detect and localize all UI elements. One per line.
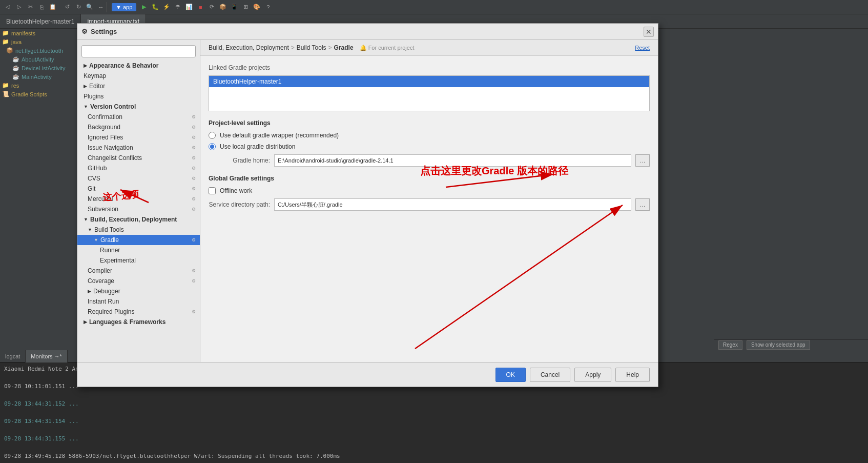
tree-java[interactable]: 📁 java (0, 37, 77, 46)
sidebar-git[interactable]: Git ⚙ (77, 184, 200, 194)
app-selector[interactable]: ▼ app (112, 3, 136, 11)
log-line-3: 09-28 13:44:31.154 ... (4, 417, 864, 426)
tab-project[interactable]: BluetoothHelper-master1 (0, 14, 81, 29)
settings-icon-rp: ⚙ (192, 309, 196, 314)
help-icon[interactable]: ? (263, 3, 273, 12)
reset-button[interactable]: Reset (635, 45, 650, 51)
linked-project-item-0[interactable]: BluetoothHelper-master1 (209, 76, 649, 87)
global-section-title: Global Gradle settings (209, 175, 650, 182)
breadcrumb-part2: Build Tools (297, 44, 326, 51)
debug-icon[interactable]: 🐛 (151, 3, 160, 12)
sidebar-build-tools[interactable]: ▼ Build Tools (77, 225, 200, 235)
redo-icon[interactable]: ↻ (74, 3, 83, 12)
sidebar-mercurial[interactable]: Mercurial ⚙ (77, 194, 200, 204)
sidebar-subversion[interactable]: Subversion ⚙ (77, 204, 200, 214)
attach-icon[interactable]: ⚡ (162, 3, 171, 12)
sidebar-confirmation[interactable]: Confirmation ⚙ (77, 112, 200, 122)
sidebar-build-execution[interactable]: ▼ Build, Execution, Deployment (77, 214, 200, 225)
gradle-home-browse[interactable]: … (635, 154, 650, 167)
tree-manifests[interactable]: 📁 manifests (0, 29, 77, 37)
settings-content: Build, Execution, Deployment > Build Too… (200, 40, 658, 362)
sidebar-ignored-files[interactable]: Ignored Files ⚙ (77, 132, 200, 143)
expand-arrow-icon-g: ▼ (94, 237, 98, 243)
settings-icon-small9: ⚙ (192, 196, 196, 202)
settings-icon-small: ⚙ (192, 114, 196, 119)
history-icon[interactable]: ↺ (63, 3, 72, 12)
replace-icon[interactable]: ↔ (96, 3, 106, 12)
regex-button[interactable]: Regex (718, 340, 742, 350)
coverage-icon[interactable]: ☂ (173, 3, 182, 12)
content-header: Build, Execution, Deployment > Build Too… (200, 40, 658, 56)
cancel-button[interactable]: Cancel (530, 368, 570, 382)
layout-icon[interactable]: ⊞ (241, 3, 250, 12)
sdk-icon[interactable]: 📦 (218, 3, 228, 12)
sidebar-keymap[interactable]: Keymap (77, 71, 200, 81)
sync-icon[interactable]: ⟳ (207, 3, 216, 12)
back-icon[interactable]: ◁ (3, 3, 12, 12)
sidebar-changelist[interactable]: Changelist Conflicts ⚙ (77, 153, 200, 163)
radio-default[interactable] (209, 132, 216, 139)
sidebar-background[interactable]: Background ⚙ (77, 122, 200, 132)
sidebar-required-plugins[interactable]: Required Plugins ⚙ (77, 307, 200, 317)
sidebar-instant-run[interactable]: Instant Run (77, 296, 200, 307)
tree-about[interactable]: ☕ AboutActivity (0, 55, 77, 64)
service-dir-input[interactable] (274, 198, 631, 211)
tab-monitors[interactable]: Monitors →* (26, 350, 68, 363)
sidebar-plugins[interactable]: Plugins (77, 91, 200, 102)
settings-icon-small4: ⚙ (192, 145, 196, 150)
sidebar-debugger[interactable]: ▶ Debugger (77, 286, 200, 296)
sidebar-compiler[interactable]: Compiler ⚙ (77, 266, 200, 276)
sidebar-appearance[interactable]: ▶ Appearance & Behavior (77, 61, 200, 71)
sidebar-coverage[interactable]: Coverage ⚙ (77, 276, 200, 286)
copy-icon[interactable]: ⎘ (37, 3, 46, 12)
settings-icon-comp: ⚙ (192, 268, 196, 273)
tab-logcat[interactable]: logcat (0, 350, 26, 363)
close-button[interactable]: ✕ (644, 27, 654, 37)
sidebar-languages[interactable]: ▶ Languages & Frameworks (77, 317, 200, 327)
breadcrumb-current: Gradle (334, 44, 354, 51)
help-button[interactable]: Help (615, 368, 650, 382)
ok-button[interactable]: OK (495, 368, 526, 382)
sidebar-runner[interactable]: Runner (77, 245, 200, 255)
tree-package[interactable]: 📦 net.flyget.bluetooth (0, 46, 77, 55)
run-icon[interactable]: ▶ (139, 3, 149, 12)
tree-gradle-scripts[interactable]: 📜 Gradle Scripts (0, 90, 77, 98)
settings-icon-small5: ⚙ (192, 155, 196, 160)
breadcrumb-note: 🔔 For current project (360, 45, 415, 51)
gradle-home-input[interactable] (274, 154, 631, 167)
find-icon[interactable]: 🔍 (85, 3, 94, 12)
sidebar-issue-nav[interactable]: Issue Navigation ⚙ (77, 143, 200, 153)
service-dir-browse[interactable]: … (635, 198, 650, 211)
paste-icon[interactable]: 📋 (48, 3, 57, 12)
expand-arrow-icon-lang: ▶ (84, 319, 87, 325)
radio-default-wrapper: Use default gradle wrapper (recommended) (209, 132, 650, 139)
sidebar-github[interactable]: GitHub ⚙ (77, 163, 200, 173)
sidebar-version-control[interactable]: ▼ Version Control (77, 102, 200, 112)
tree-res[interactable]: 📁 res (0, 81, 77, 90)
theme-icon[interactable]: 🎨 (252, 3, 261, 12)
log-line-5: 09-28 13:49:45.128 5886-5903/net.flyget.… (4, 452, 864, 460)
settings-icon-cov: ⚙ (192, 278, 196, 284)
sidebar-cvs[interactable]: CVS ⚙ (77, 173, 200, 184)
radio-local[interactable] (209, 143, 216, 150)
profile-icon[interactable]: 📊 (184, 3, 194, 12)
expand-arrow-icon-build: ▼ (84, 217, 88, 222)
apply-button[interactable]: Apply (574, 368, 611, 382)
tree-main[interactable]: ☕ MainActivity (0, 72, 77, 81)
search-wrap (77, 42, 200, 61)
tree-device[interactable]: ☕ DeviceListActivity (0, 64, 77, 72)
stop-icon[interactable]: ■ (196, 3, 205, 12)
settings-sidebar: ▶ Appearance & Behavior Keymap ▶ Editor … (77, 40, 200, 362)
settings-icon-small8: ⚙ (192, 186, 196, 191)
avd-icon[interactable]: 📱 (230, 3, 239, 12)
cut-icon[interactable]: ✂ (26, 3, 35, 12)
sidebar-editor[interactable]: ▶ Editor (77, 81, 200, 91)
show-only-button[interactable]: Show only selected app (747, 340, 810, 350)
global-settings-section: Global Gradle settings Offline work Serv… (209, 175, 650, 211)
sidebar-gradle[interactable]: ▼ Gradle ⚙ (77, 235, 200, 245)
settings-icon: ⚙ (81, 28, 88, 35)
search-input[interactable] (81, 45, 196, 57)
sidebar-experimental[interactable]: Experimental (77, 255, 200, 266)
forward-icon[interactable]: ▷ (14, 3, 24, 12)
offline-work-checkbox[interactable] (209, 187, 216, 194)
